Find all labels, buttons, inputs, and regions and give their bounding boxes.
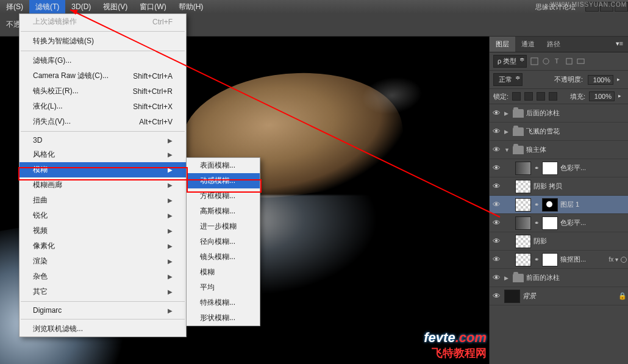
layer-name[interactable]: 飞溅的雪花 — [526, 127, 627, 136]
link-icon[interactable]: ⚭ — [533, 201, 540, 208]
layer-item[interactable]: 👁 阴影 — [490, 232, 628, 251]
disclose-icon[interactable]: ▼ — [504, 147, 510, 153]
menu-filter-gallery[interactable]: 滤镜库(G)... — [20, 53, 186, 68]
menu-pixelate[interactable]: 像素化▶ — [20, 238, 186, 254]
layer-name[interactable]: 色彩平... — [560, 163, 627, 173]
visibility-icon[interactable]: 👁 — [491, 273, 502, 282]
submenu-average[interactable]: 平均 — [187, 280, 260, 295]
layer-name[interactable]: 阴影 — [533, 237, 627, 246]
opacity-value[interactable]: 100% — [588, 75, 613, 85]
fill-value[interactable]: 100% — [589, 91, 615, 101]
menu-stylize[interactable]: 风格化▶ — [20, 147, 186, 162]
filter-smart-icon[interactable] — [577, 57, 585, 65]
menu-view[interactable]: 视图(V) — [97, 0, 134, 14]
panel-menu-icon[interactable]: ▾≡ — [611, 37, 628, 52]
menu-other[interactable]: 其它▶ — [20, 284, 186, 299]
tab-paths[interactable]: 路径 — [541, 37, 566, 52]
disclose-icon[interactable]: ▶ — [504, 129, 510, 135]
menu-camera-raw[interactable]: Camera Raw 滤镜(C)...Shift+Ctrl+A — [20, 68, 186, 84]
layer-name[interactable]: 背景 — [523, 291, 616, 301]
visibility-icon[interactable]: 👁 — [491, 182, 502, 191]
fx-badge[interactable]: fx ▾ — [608, 256, 618, 263]
layer-group[interactable]: 👁 ▶ 前面的冰柱 — [490, 269, 628, 287]
menu-browse-online[interactable]: 浏览联机滤镜... — [20, 321, 186, 337]
visibility-icon[interactable]: 👁 — [491, 237, 502, 246]
submenu-blur[interactable]: 模糊 — [187, 265, 260, 280]
mask-thumb[interactable] — [542, 198, 558, 212]
link-icon[interactable]: ⚭ — [533, 256, 540, 263]
menu-blur[interactable]: 模糊▶ — [20, 162, 186, 177]
lock-trans-icon[interactable] — [512, 92, 521, 101]
link-icon[interactable]: ⚭ — [533, 219, 540, 226]
menu-noise[interactable]: 杂色▶ — [20, 269, 186, 284]
menu-filter[interactable]: 滤镜(T) — [29, 0, 65, 14]
menu-render[interactable]: 渲染▶ — [20, 254, 186, 269]
disclose-icon[interactable]: ▶ — [504, 275, 510, 281]
submenu-shape-blur[interactable]: 形状模糊... — [187, 310, 260, 326]
submenu-smart-blur[interactable]: 特殊模糊... — [187, 295, 260, 310]
mask-thumb[interactable] — [542, 253, 558, 266]
menu-help[interactable]: 帮助(H) — [173, 0, 210, 14]
filter-adjust-icon[interactable] — [542, 57, 550, 65]
menu-3d[interactable]: 3D(D) — [65, 1, 97, 13]
submenu-radial-blur[interactable]: 径向模糊... — [187, 234, 260, 249]
menu-lens-correction[interactable]: 镜头校正(R)...Shift+Ctrl+R — [20, 84, 186, 99]
menu-digimarc[interactable]: Digimarc▶ — [20, 304, 186, 317]
mask-thumb[interactable] — [542, 162, 558, 175]
visibility-icon[interactable]: 👁 — [491, 163, 502, 173]
layer-name[interactable]: 狼主体 — [526, 145, 627, 154]
layer-name[interactable]: 前面的冰柱 — [526, 273, 627, 282]
menu-window[interactable]: 窗口(W) — [134, 0, 172, 14]
filter-shape-icon[interactable] — [565, 57, 573, 65]
lock-pixel-icon[interactable] — [524, 92, 533, 101]
submenu-motion-blur[interactable]: 动感模糊... — [187, 173, 260, 188]
layer-adjustment[interactable]: 👁 ⚭ 色彩平... — [490, 214, 628, 232]
blend-mode-select[interactable]: 正常 — [493, 73, 523, 86]
menu-distort[interactable]: 扭曲▶ — [20, 193, 186, 208]
layer-adjustment[interactable]: 👁 ⚭ 色彩平... — [490, 159, 628, 177]
layer-name[interactable]: 阴影 拷贝 — [533, 182, 627, 191]
layer-group[interactable]: 👁 ▶ 飞溅的雪花 — [490, 123, 628, 141]
lock-pos-icon[interactable] — [537, 92, 545, 101]
submenu-gaussian-blur[interactable]: 高斯模糊... — [187, 204, 260, 219]
layer-item[interactable]: 👁 ⚭ 狼抠图... fx ▾ — [490, 251, 628, 269]
menu-blur-gallery[interactable]: 模糊画廊▶ — [20, 177, 186, 193]
visibility-icon[interactable]: 👁 — [491, 218, 502, 227]
submenu-blur-more[interactable]: 进一步模糊 — [187, 219, 260, 234]
layer-group[interactable]: 👁 ▼ 狼主体 — [490, 141, 628, 159]
visibility-icon[interactable]: 👁 — [491, 109, 502, 118]
visibility-icon[interactable]: 👁 — [491, 255, 502, 264]
layer-item-selected[interactable]: 👁 ⚭ 图层 1 — [490, 196, 628, 214]
lock-all-icon[interactable] — [549, 92, 557, 101]
layer-name[interactable]: 狼抠图... — [560, 255, 606, 264]
menu-liquify[interactable]: 液化(L)...Shift+Ctrl+X — [20, 99, 186, 114]
disclose-icon[interactable]: ▶ — [504, 110, 510, 116]
layer-name[interactable]: 图层 1 — [560, 200, 627, 209]
visibility-icon[interactable]: 👁 — [491, 200, 502, 209]
visibility-icon[interactable]: 👁 — [491, 127, 502, 136]
layer-name[interactable]: 色彩平... — [560, 218, 627, 227]
layer-item[interactable]: 👁 阴影 拷贝 — [490, 177, 628, 196]
menu-vanishing-point[interactable]: 消失点(V)...Alt+Ctrl+V — [20, 114, 186, 129]
svg-rect-5 — [566, 59, 572, 64]
menu-smart-filter[interactable]: 转换为智能滤镜(S) — [20, 34, 186, 49]
submenu-lens-blur[interactable]: 镜头模糊... — [187, 249, 260, 265]
menu-3d-sub[interactable]: 3D▶ — [20, 134, 186, 147]
menu-sharpen[interactable]: 锐化▶ — [20, 208, 186, 223]
visibility-icon[interactable]: 👁 — [491, 145, 502, 154]
tab-channels[interactable]: 通道 — [515, 37, 541, 52]
filter-kind-select[interactable]: ρ 类型 — [493, 55, 527, 68]
visibility-icon[interactable]: 👁 — [491, 291, 502, 301]
submenu-box-blur[interactable]: 方框模糊... — [187, 188, 260, 204]
mask-thumb[interactable] — [542, 216, 558, 230]
layer-background[interactable]: 👁 背景 🔒 — [490, 287, 628, 305]
layer-name[interactable]: 后面的冰柱 — [526, 109, 627, 118]
filter-pixel-icon[interactable] — [530, 57, 538, 65]
submenu-surface-blur[interactable]: 表面模糊... — [187, 158, 260, 173]
tab-layers[interactable]: 图层 — [490, 37, 515, 52]
layer-group[interactable]: 👁 ▶ 后面的冰柱 — [490, 104, 628, 123]
link-icon[interactable]: ⚭ — [533, 165, 540, 171]
filter-type-icon[interactable]: T — [554, 57, 562, 65]
menu-video[interactable]: 视频▶ — [20, 223, 186, 238]
menu-select[interactable]: 择(S) — [0, 0, 29, 14]
